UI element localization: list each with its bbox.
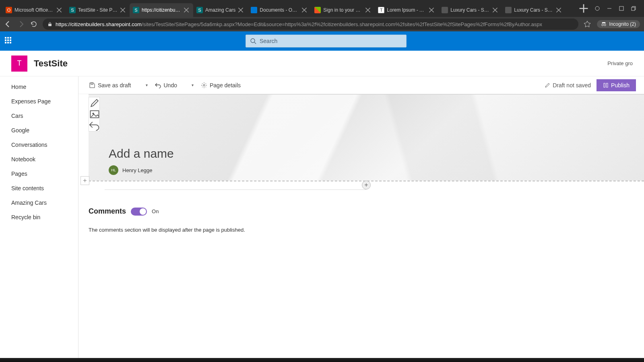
tab-title: Sign in to your accoun (323, 7, 363, 13)
add-section-button[interactable]: + (80, 176, 89, 185)
save-draft-label: Save as draft (98, 82, 131, 88)
avatar: HL (109, 165, 118, 175)
separator (136, 84, 141, 87)
title-placeholder: Add a name (109, 147, 174, 160)
publish-icon (603, 82, 609, 88)
favicon (314, 7, 321, 13)
page-author[interactable]: HL Henry Legge (109, 165, 152, 175)
save-draft-button[interactable]: Save as draft (87, 80, 134, 90)
svg-rect-10 (607, 83, 608, 87)
tab-title: Lorem Ipsum - All the (387, 7, 426, 13)
svg-rect-2 (632, 7, 635, 10)
tabs-container: OMicrosoft Office HomeSTestSite - Site P… (2, 0, 576, 17)
comments-block: Comments On The comments section will be… (89, 207, 644, 233)
page-title-input[interactable]: Add a name (109, 147, 174, 160)
incognito-indicator[interactable]: Incognito (2) (597, 20, 640, 28)
tab-title: https://citizenbuilders (142, 7, 181, 13)
pencil-icon (545, 82, 550, 88)
minimize-icon[interactable] (607, 6, 612, 11)
undo-chevron-icon[interactable]: ▾ (189, 83, 196, 87)
back-button[interactable] (4, 20, 12, 28)
side-nav: HomeExpenses PageCarsGoogleConversations… (0, 76, 78, 358)
draft-status: Draft not saved (545, 82, 591, 88)
comments-note: The comments section will be displayed a… (89, 227, 644, 233)
svg-rect-1 (619, 6, 623, 10)
close-icon[interactable] (429, 7, 434, 13)
url-input[interactable]: https://citizenbuilders.sharepoint.com/s… (43, 19, 578, 30)
new-tab-button[interactable] (578, 3, 589, 14)
page-details-label: Page details (210, 82, 241, 88)
publish-button[interactable]: Publish (597, 79, 636, 91)
svg-point-6 (251, 39, 255, 43)
svg-point-5 (604, 24, 606, 26)
save-chevron-icon[interactable]: ▾ (143, 83, 150, 87)
sidebar-item[interactable]: Conversations (0, 138, 78, 152)
incognito-icon (601, 21, 607, 27)
favicon: S (196, 7, 203, 13)
close-icon[interactable] (365, 7, 371, 13)
image-icon[interactable] (89, 109, 100, 120)
browser-tab[interactable]: OMicrosoft Office Home (2, 3, 66, 17)
section-divider: + + (89, 181, 644, 193)
sidebar-item[interactable]: Cars (0, 109, 78, 123)
edit-title-icon[interactable] (89, 97, 100, 109)
browser-tab[interactable]: SAmazing Cars (193, 3, 248, 17)
suite-header: Search (0, 31, 644, 51)
comments-toggle-label: On (152, 208, 159, 214)
reload-button[interactable] (30, 20, 38, 28)
reset-icon[interactable] (89, 120, 100, 131)
circle-icon (595, 6, 600, 11)
sidebar-item[interactable]: Notebook (0, 152, 78, 167)
close-icon[interactable] (120, 7, 126, 13)
close-icon[interactable] (56, 7, 62, 13)
sidebar-item[interactable]: Home (0, 80, 78, 94)
browser-tab[interactable]: Sign in to your accoun (311, 3, 375, 17)
browser-tab[interactable]: Luxury Cars - Sedans, (502, 3, 566, 17)
close-icon[interactable] (301, 7, 307, 13)
separator (182, 84, 187, 87)
browser-tab[interactable]: TLorem Ipsum - All the (375, 3, 438, 17)
tab-title: Documents - OneDriv (260, 7, 299, 13)
maximize-icon[interactable] (619, 6, 624, 11)
svg-point-8 (203, 84, 205, 86)
browser-tab[interactable]: Documents - OneDriv (248, 3, 311, 17)
site-logo[interactable]: T (11, 56, 27, 72)
forward-button[interactable] (17, 20, 25, 28)
star-icon[interactable] (583, 20, 591, 28)
sidebar-item[interactable]: Pages (0, 167, 78, 181)
sidebar-item[interactable]: Site contents (0, 181, 78, 195)
page-details-button[interactable]: Page details (198, 80, 243, 90)
browser-tab[interactable]: Shttps://citizenbuilders (130, 3, 193, 17)
comments-heading: Comments (89, 207, 126, 216)
tab-title: Luxury Cars - Sedans, (514, 7, 553, 13)
url-text: https://citizenbuilders.sharepoint.com/s… (56, 21, 542, 27)
close-icon[interactable] (492, 7, 498, 13)
sidebar-item[interactable]: Expenses Page (0, 94, 78, 109)
close-icon[interactable] (238, 7, 244, 13)
site-header: T TestSite Private gro (0, 51, 644, 76)
browser-tab[interactable]: Luxury Cars - Sedans, (438, 3, 502, 17)
title-area[interactable]: Add a name HL Henry Legge (89, 94, 644, 181)
site-title[interactable]: TestSite (34, 58, 68, 69)
favicon (442, 7, 448, 13)
favicon: S (133, 7, 139, 13)
tab-title: TestSite - Site Pages - (78, 7, 118, 13)
save-icon (89, 82, 95, 88)
sidebar-item[interactable]: Google (0, 123, 78, 138)
draft-status-text: Draft not saved (553, 82, 591, 88)
close-icon[interactable] (556, 7, 561, 13)
restore-icon[interactable] (631, 6, 636, 11)
publish-label: Publish (611, 82, 630, 88)
undo-button[interactable]: Undo (153, 80, 180, 90)
favicon (251, 7, 257, 13)
app-launcher-icon[interactable] (5, 37, 13, 45)
comments-toggle[interactable] (131, 208, 147, 216)
sidebar-item[interactable]: Amazing Cars (0, 195, 78, 210)
favicon: S (69, 7, 76, 13)
add-webpart-button[interactable]: + (362, 181, 371, 189)
site-privacy: Private gro (607, 60, 633, 66)
browser-tab[interactable]: STestSite - Site Pages - (66, 3, 130, 17)
close-icon[interactable] (184, 7, 189, 13)
search-input[interactable]: Search (246, 35, 407, 47)
sidebar-item[interactable]: Recycle bin (0, 210, 78, 224)
